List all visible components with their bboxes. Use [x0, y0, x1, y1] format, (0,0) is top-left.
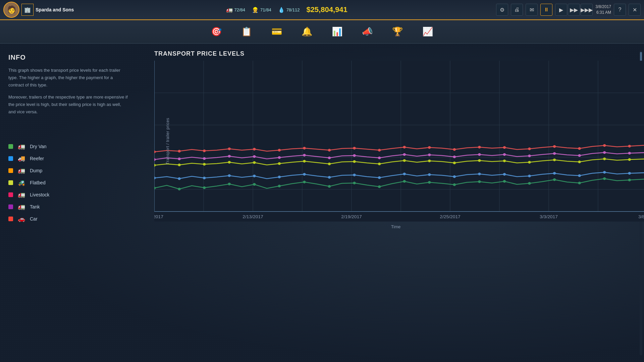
- svg-point-106: [253, 183, 256, 186]
- svg-text:2/19/2017: 2/19/2017: [341, 214, 362, 219]
- legend-item-dump[interactable]: 🚛 Dump: [8, 167, 129, 174]
- nav-market[interactable]: 📈: [419, 23, 436, 40]
- svg-text:3/8/2017: 3/8/2017: [638, 214, 644, 219]
- svg-point-35: [578, 147, 581, 150]
- svg-point-32: [503, 146, 506, 149]
- svg-point-29: [428, 146, 431, 149]
- svg-point-117: [528, 182, 531, 185]
- legend-label-car: Car: [30, 216, 38, 222]
- nav-statistics[interactable]: 📊: [329, 23, 345, 40]
- datetime-display: 3/8/2017 6:31 AM: [595, 4, 611, 15]
- svg-point-36: [603, 144, 606, 147]
- svg-point-53: [503, 153, 506, 156]
- svg-point-121: [628, 179, 631, 181]
- svg-point-22: [253, 148, 256, 150]
- svg-point-28: [403, 146, 406, 148]
- money-display: $25,804,941: [306, 5, 347, 14]
- svg-point-109: [328, 185, 331, 188]
- legend-label-dump: Dump: [30, 168, 42, 173]
- legend-item-livestock[interactable]: 🚛 Livestock: [8, 191, 129, 198]
- nav-achievements[interactable]: 🏆: [389, 23, 406, 40]
- svg-point-85: [253, 175, 256, 177]
- play-button[interactable]: ▶: [555, 4, 567, 16]
- svg-point-34: [553, 145, 556, 148]
- svg-text:2/25/2017: 2/25/2017: [440, 214, 461, 219]
- nav-finances[interactable]: 💳: [268, 23, 285, 40]
- nav-marketing[interactable]: 📣: [359, 23, 376, 40]
- x-axis-label: Time: [154, 224, 637, 229]
- svg-text:3/3/2017: 3/3/2017: [540, 214, 558, 219]
- svg-point-97: [553, 172, 556, 175]
- svg-point-41: [203, 157, 206, 160]
- legend-item-dryvan[interactable]: 🚛 Dry Van: [8, 143, 129, 150]
- svg-text:2/13/2017: 2/13/2017: [243, 214, 263, 219]
- legend-item-reefer[interactable]: 🚚 Reefer: [8, 155, 129, 162]
- legend-label-tank: Tank: [30, 204, 40, 209]
- svg-point-33: [528, 147, 531, 150]
- svg-point-107: [278, 185, 281, 187]
- svg-point-86: [278, 176, 281, 178]
- svg-point-70: [403, 159, 406, 162]
- driver-icon: 👷: [252, 7, 259, 13]
- nav-contracts[interactable]: 📋: [238, 23, 255, 40]
- stat-trailers-value: 78/112: [286, 7, 300, 12]
- company-icon: 🏢: [21, 4, 34, 16]
- trailer-icon: 💧: [278, 7, 285, 13]
- legend: 🚛 Dry Van 🚚 Reefer 🚛 Dump 🚜 Flatbed 🚛: [8, 143, 129, 223]
- svg-point-100: [628, 172, 631, 175]
- svg-point-111: [378, 185, 381, 188]
- stat-drivers: 👷 71/84: [252, 7, 271, 13]
- fast-forward-button[interactable]: ▶▶: [568, 4, 580, 16]
- svg-point-119: [578, 182, 581, 184]
- left-panel: INFO This graph shows the transport pric…: [0, 44, 138, 362]
- fastest-forward-button[interactable]: ▶▶▶: [581, 4, 593, 16]
- svg-point-57: [603, 151, 606, 154]
- svg-point-118: [553, 178, 556, 181]
- svg-point-91: [403, 173, 406, 175]
- legend-item-tank[interactable]: 🚛 Tank: [8, 203, 129, 210]
- svg-point-113: [428, 181, 431, 184]
- svg-point-83: [203, 177, 206, 179]
- svg-point-89: [353, 174, 356, 176]
- svg-point-78: [603, 158, 606, 160]
- avatar: 🧑: [3, 2, 19, 18]
- print-button[interactable]: 🖨: [511, 4, 523, 16]
- time: 6:31 AM: [595, 10, 611, 15]
- legend-color-dryvan: [8, 144, 13, 149]
- close-button[interactable]: ✕: [629, 4, 641, 16]
- svg-point-42: [228, 155, 231, 158]
- legend-label-reefer: Reefer: [30, 156, 44, 161]
- pause-button[interactable]: ⏸: [540, 4, 552, 16]
- svg-point-75: [528, 161, 531, 164]
- svg-point-30: [453, 148, 456, 151]
- svg-point-94: [478, 173, 481, 175]
- stat-trucks-value: 72/84: [234, 7, 246, 12]
- avatar-section: 🧑 🏢 Sparda and Sons: [3, 2, 77, 18]
- svg-point-76: [553, 159, 556, 161]
- svg-point-62: [203, 163, 206, 166]
- chart-title: TRANSPORT PRICE LEVELS: [154, 50, 637, 57]
- svg-point-46: [328, 157, 331, 159]
- svg-point-77: [578, 161, 581, 163]
- svg-point-45: [303, 154, 306, 157]
- nav-notifications[interactable]: 🔔: [299, 23, 315, 40]
- svg-point-49: [403, 153, 406, 156]
- mail-button[interactable]: ✉: [526, 4, 538, 16]
- legend-item-flatbed[interactable]: 🚜 Flatbed: [8, 179, 129, 186]
- svg-point-72: [453, 162, 456, 164]
- help-button[interactable]: ?: [614, 4, 626, 16]
- svg-point-56: [578, 154, 581, 157]
- svg-point-115: [478, 180, 481, 183]
- svg-point-27: [378, 149, 381, 152]
- company-name: Sparda and Sons: [36, 7, 74, 12]
- tank-icon: 🚛: [16, 203, 26, 210]
- svg-point-73: [478, 159, 481, 162]
- svg-point-87: [303, 173, 306, 176]
- svg-point-88: [328, 176, 331, 179]
- nav-objectives[interactable]: 🎯: [208, 23, 225, 40]
- settings-button[interactable]: ⚙: [496, 4, 508, 16]
- svg-point-104: [203, 186, 206, 189]
- legend-item-car[interactable]: 🚗 Car: [8, 215, 129, 223]
- chart-container: Transport / trailer prices: [154, 61, 644, 222]
- svg-point-82: [178, 177, 181, 180]
